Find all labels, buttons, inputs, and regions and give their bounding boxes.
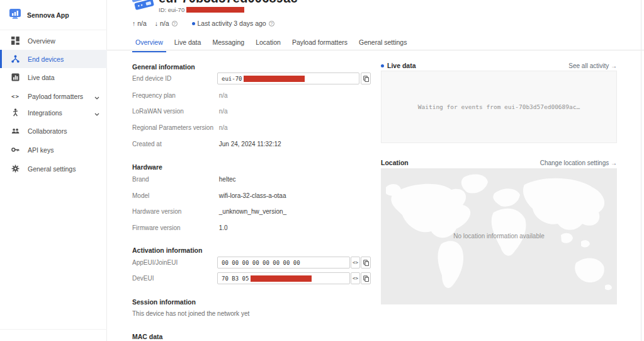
copy-icon [363, 76, 369, 82]
row-model: Model wifi-lora-32-class-a-otaa [132, 192, 286, 199]
location-title: Location [381, 159, 409, 166]
copy-button[interactable] [361, 272, 371, 284]
row-lorawan-version: LoRaWAN version n/a [132, 108, 228, 115]
live-data-empty-message: Waiting for events from eui-70b3d57ed006… [418, 103, 580, 110]
live-data-chart-icon [11, 73, 20, 81]
help-icon[interactable]: ? [269, 21, 274, 26]
app-eui-input[interactable]: 00 00 00 00 00 00 00 00 [217, 257, 350, 269]
end-devices-icon [11, 55, 20, 63]
end-device-id-input[interactable]: eui-70 [217, 72, 359, 84]
uplink-label: ↑ n/a [132, 20, 147, 27]
row-frequency-plan: Frequency plan n/a [132, 92, 228, 99]
copy-button[interactable] [361, 257, 371, 269]
row-created-at: Created at Jun 24, 2024 11:32:12 [132, 141, 281, 147]
integrations-icon [11, 108, 20, 117]
field-label: Model [132, 192, 217, 199]
session-message: This device has not joined the network y… [132, 310, 249, 317]
end-device-id-value: eui-70 [222, 76, 242, 82]
redaction-bar [244, 76, 305, 82]
sidebar-divider [0, 30, 107, 30]
sidebar-item-live-data[interactable]: Live data [0, 68, 107, 86]
content-right-border [641, 0, 641, 341]
tab-location[interactable]: Location [252, 35, 284, 51]
live-data-header: Live data See all activity → [381, 62, 617, 69]
field-label: Hardware version [132, 208, 217, 215]
dev-eui-input[interactable]: 70 B3 05 [217, 272, 350, 284]
location-map[interactable]: No location information available [381, 168, 617, 304]
sidebar-item-payload-formatters[interactable]: <> Payload formatters [0, 87, 107, 105]
sidebar-bottom-divider [0, 329, 107, 330]
row-app-eui: AppEUI/JoinEUI [132, 259, 217, 266]
app-switcher[interactable]: Sennova App [9, 8, 69, 23]
redaction-bar [251, 275, 312, 282]
tab-overview[interactable]: Overview [132, 35, 166, 51]
field-value: wifi-lora-32-class-a-otaa [219, 192, 286, 199]
field-value: n/a [219, 108, 228, 115]
uplink-count: ↑ n/a [132, 20, 147, 27]
sidebar-item-label: Live data [28, 74, 55, 81]
field-label: Firmware version [132, 224, 217, 231]
code-icon: <> [353, 275, 358, 281]
activity-dot-icon [192, 22, 195, 25]
field-label: Brand [132, 176, 217, 183]
downlink-label: ↓ n/a [155, 20, 169, 27]
live-dot-icon [381, 64, 384, 67]
field-label: AppEUI/JoinEUI [132, 259, 217, 266]
copy-button[interactable] [361, 72, 371, 84]
row-regional-parameters: Regional Parameters version n/a [132, 124, 228, 131]
live-data-title-label: Live data [387, 62, 416, 69]
field-value: 1.0 [219, 224, 228, 231]
row-brand: Brand heltec [132, 176, 235, 183]
section-mac-data: MAC data [132, 333, 162, 340]
row-dev-eui: DevEUI [132, 275, 217, 282]
row-end-device-id: End device ID [132, 75, 217, 82]
field-label: Created at [132, 141, 217, 147]
sidebar-item-label: End devices [28, 55, 64, 63]
dev-eui-value: 70 B3 05 [222, 275, 249, 282]
code-icon: <> [11, 92, 20, 100]
toggle-format-button[interactable]: <> [351, 257, 360, 269]
section-hardware: Hardware [132, 163, 162, 171]
field-value: n/a [219, 92, 228, 99]
tab-messaging[interactable]: Messaging [209, 35, 247, 51]
end-device-icon [130, 0, 155, 16]
field-value: n/a [219, 124, 228, 131]
redaction-bar [186, 7, 244, 13]
change-location-settings-link[interactable]: Change location settings → [540, 159, 617, 166]
toggle-format-button[interactable]: <> [351, 272, 360, 284]
tab-general-settings[interactable]: General settings [356, 35, 410, 51]
row-firmware-version: Firmware version 1.0 [132, 224, 228, 231]
chevron-down-icon [94, 91, 99, 102]
device-id-row: ID: eui-70 [159, 6, 244, 13]
sidebar-item-label: API keys [28, 146, 54, 154]
sidebar-item-label: Payload formatters [28, 93, 83, 100]
sidebar-item-api-keys[interactable]: API keys [0, 141, 107, 159]
tab-payload-formatters[interactable]: Payload formatters [289, 35, 351, 51]
device-tabs: Overview Live data Messaging Location Pa… [132, 35, 415, 51]
app-name: Sennova App [27, 11, 69, 19]
copy-icon [363, 260, 369, 266]
tabs-divider [107, 50, 644, 50]
section-session-information: Session information [132, 298, 196, 306]
copy-icon [363, 275, 369, 282]
collaborators-icon [11, 127, 20, 135]
sidebar-item-integrations[interactable]: Integrations [0, 103, 107, 122]
tab-live-data[interactable]: Live data [171, 35, 205, 51]
last-activity-label: Last activity 3 days ago [198, 20, 266, 27]
sidebar-item-overview[interactable]: Overview [0, 32, 107, 50]
sidebar-item-collaborators[interactable]: Collaborators [0, 122, 107, 140]
console-page: Sennova App Overview End devices Live da… [0, 0, 644, 341]
field-value: heltec [219, 176, 236, 183]
row-hardware-version: Hardware version _unknown_hw_version_ [132, 208, 286, 215]
sidebar-item-general-settings[interactable]: General settings [0, 159, 107, 178]
help-icon[interactable]: ? [172, 21, 178, 26]
live-data-panel: Waiting for events from eui-70b3d57ed006… [381, 71, 617, 143]
device-id-prefix: ID: eui-70 [159, 6, 184, 13]
sidebar-item-end-devices[interactable]: End devices [0, 50, 107, 68]
field-label: DevEUI [132, 275, 217, 282]
app-logo-icon [9, 8, 21, 23]
field-label: Regional Parameters version [132, 124, 217, 131]
see-all-activity-link[interactable]: See all activity → [568, 62, 617, 69]
sidebar-item-label: Collaborators [28, 127, 67, 135]
field-label: Frequency plan [132, 92, 217, 99]
